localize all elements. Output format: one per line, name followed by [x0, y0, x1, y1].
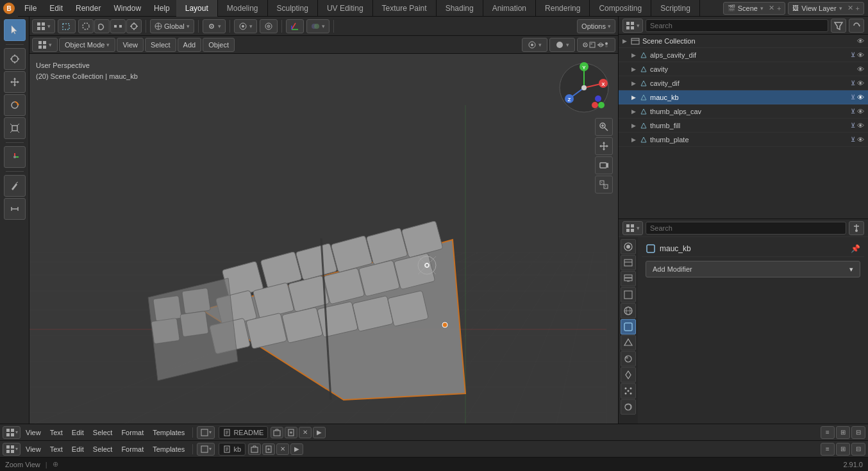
viewport-canvas[interactable]: User Perspective (20) Scene Collection |… [29, 54, 618, 424]
editor2-text-btn[interactable]: Text [46, 443, 67, 456]
snap-btn[interactable]: ▾ [234, 19, 257, 33]
row-4-funnel-icon[interactable]: ⊻ [851, 108, 855, 115]
row-4-eye-icon[interactable]: 👁 [857, 108, 864, 115]
outliner-type-btn[interactable]: ▾ [622, 19, 643, 33]
options-dropdown[interactable]: Options ▾ [577, 19, 615, 33]
prop-object-btn[interactable] [621, 319, 636, 335]
prop-scene-btn[interactable] [621, 287, 636, 302]
prop-mesh-btn[interactable] [621, 335, 636, 351]
edit-menu[interactable]: Edit [43, 0, 69, 17]
prop-particles-btn[interactable] [621, 383, 636, 399]
row-3-collapse[interactable]: ▶ [631, 94, 636, 101]
select-extra-btn[interactable] [110, 19, 126, 33]
editor1-view-btn-3[interactable]: ⊟ [851, 426, 865, 439]
editor1-open-btn[interactable] [271, 427, 283, 438]
editor1-edit-btn[interactable]: Edit [68, 426, 88, 439]
editor2-view-btn-1[interactable]: ≡ [821, 443, 835, 456]
close-scene-icon[interactable]: ✕ [769, 4, 774, 12]
select-tool-btn[interactable] [4, 19, 26, 41]
select-lasso-btn[interactable] [94, 19, 110, 33]
editor1-templates-btn[interactable]: Templates [149, 426, 188, 439]
editor-type-dropdown-btn[interactable]: ▾ [32, 19, 55, 33]
camera-view-nav-btn[interactable] [595, 156, 613, 174]
view-menu-btn[interactable]: View [117, 38, 144, 52]
editor1-text-btn[interactable]: Text [46, 426, 67, 439]
editor2-view-btn[interactable]: View [22, 443, 45, 456]
row-0-funnel-icon[interactable]: ⊻ [851, 51, 855, 58]
editor2-new-btn[interactable] [262, 443, 275, 455]
editor1-play-btn[interactable]: ▶ [313, 427, 326, 438]
properties-type-btn[interactable]: ▾ [622, 221, 643, 235]
row-1-eye-icon[interactable]: 👁 [857, 65, 864, 73]
workspace-tab-animation[interactable]: Animation [483, 0, 536, 17]
workspace-tab-modeling[interactable]: Modeling [218, 0, 268, 17]
row-1-collapse[interactable]: ▶ [631, 66, 636, 72]
workspace-tab-shading[interactable]: Shading [437, 0, 483, 17]
properties-search-input[interactable] [646, 222, 846, 235]
prop-world-btn[interactable] [621, 303, 636, 318]
view-layer-selector[interactable]: 🖼 View Layer ▾ ✕ + [788, 2, 864, 15]
close-view-layer-icon[interactable]: ✕ [847, 4, 853, 12]
prop-output-btn[interactable] [621, 255, 636, 270]
outliner-row-6[interactable]: ▶ thumb_plate ⊻ 👁 [619, 133, 868, 147]
add-view-layer-icon[interactable]: + [856, 4, 860, 12]
row-0-eye-icon[interactable]: 👁 [857, 51, 864, 59]
rotate-tool-btn[interactable] [4, 94, 26, 116]
move-tool-btn[interactable] [4, 71, 26, 93]
workspace-tab-rendering[interactable]: Rendering [536, 0, 590, 17]
editor2-type-btn[interactable]: ▾ [3, 443, 21, 456]
cursor-tool-header-btn[interactable] [126, 19, 142, 33]
viewport-shading-btn[interactable]: ▾ [549, 38, 575, 52]
outliner-row-0[interactable]: ▶ alps_cavity_dif ⊻ 👁 [619, 48, 868, 62]
proportional-edit-btn[interactable] [260, 19, 278, 33]
scene-selector[interactable]: 🎬 Scene ▾ ✕ + [723, 2, 786, 15]
row-5-collapse[interactable]: ▶ [631, 122, 636, 129]
add-scene-icon[interactable]: + [777, 4, 781, 12]
row-2-collapse[interactable]: ▶ [631, 80, 636, 87]
pan-btn[interactable] [595, 137, 613, 155]
editor1-select-btn[interactable]: Select [89, 426, 117, 439]
editor2-view-btn-3[interactable]: ⊟ [851, 443, 865, 456]
row-0-collapse[interactable]: ▶ [631, 52, 636, 58]
camera-view-btn[interactable]: ▾ [522, 38, 547, 52]
editor1-new-btn[interactable] [285, 427, 297, 438]
pin-icon[interactable]: 📌 [851, 244, 860, 253]
editor1-format-btn[interactable]: Format [117, 426, 147, 439]
prop-view-layer-btn[interactable] [621, 271, 636, 286]
row-2-funnel-icon[interactable]: ⊻ [851, 79, 855, 87]
editor1-view-btn-2[interactable]: ⊞ [836, 426, 850, 439]
editor2-view-btn-2[interactable]: ⊞ [836, 443, 850, 456]
prop-modifier-btn[interactable] [621, 367, 636, 383]
editor2-format-btn[interactable]: Format [117, 443, 147, 456]
overlay-btn[interactable]: ▾ [306, 19, 330, 33]
editor1-type-btn[interactable]: ▾ [3, 426, 21, 439]
select-box-btn[interactable] [58, 19, 76, 33]
outliner-row-1[interactable]: ▶ cavity 👁 [619, 62, 868, 76]
measure-tool-btn[interactable] [4, 198, 26, 220]
editor1-view-btn[interactable]: View [22, 426, 45, 439]
add-menu-btn[interactable]: Add [178, 38, 202, 52]
render-menu[interactable]: Render [69, 0, 107, 17]
row-4-collapse[interactable]: ▶ [631, 108, 636, 115]
row-6-eye-icon[interactable]: 👁 [857, 136, 864, 144]
select-circle-btn[interactable] [78, 19, 94, 33]
properties-pin-btn[interactable] [849, 221, 864, 235]
prop-render-btn[interactable] [621, 239, 636, 254]
outliner-row-4[interactable]: ▶ thumb_alps_cav ⊻ 👁 [619, 104, 868, 119]
annotate-tool-btn[interactable] [4, 175, 26, 197]
row-5-eye-icon[interactable]: 👁 [857, 122, 864, 129]
row-3-eye-icon[interactable]: 👁 [857, 94, 864, 101]
editor2-open-btn[interactable] [248, 443, 261, 455]
editor1-close-btn[interactable]: ✕ [299, 427, 312, 438]
row-6-collapse[interactable]: ▶ [631, 136, 636, 143]
transform-dropdown[interactable]: Global ▾ [150, 19, 194, 33]
editor1-sync-type-btn[interactable]: ▾ [197, 426, 215, 439]
editor2-edit-btn[interactable]: Edit [68, 443, 88, 456]
workspace-tab-layout[interactable]: Layout [176, 0, 218, 17]
outliner-filter-btn[interactable] [831, 19, 846, 33]
file-menu[interactable]: File [18, 0, 43, 17]
row-5-funnel-icon[interactable]: ⊻ [851, 122, 855, 129]
editor1-view-btn-1[interactable]: ≡ [821, 426, 835, 439]
workspace-tab-compositing[interactable]: Compositing [590, 0, 651, 17]
workspace-tab-texture-paint[interactable]: Texture Paint [373, 0, 437, 17]
